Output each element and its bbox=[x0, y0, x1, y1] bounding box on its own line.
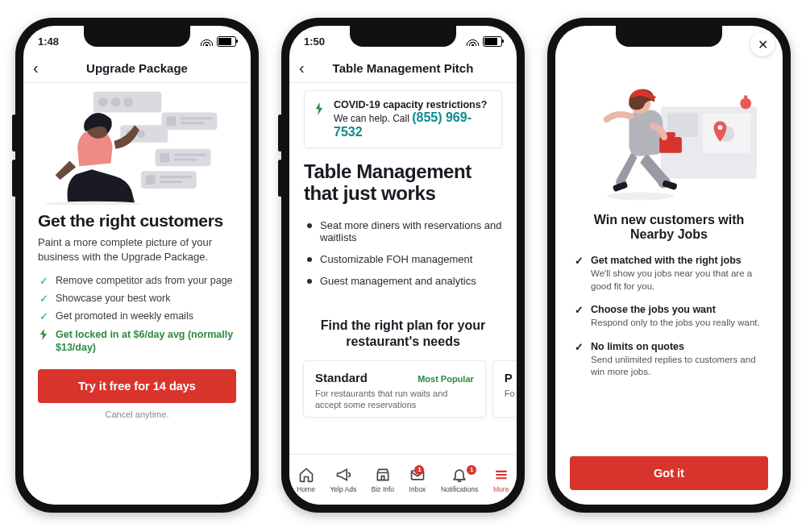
close-button[interactable]: ✕ bbox=[750, 32, 775, 56]
phone-table-management: 1:50 ‹ Table Management Pitch COVID-19 c… bbox=[281, 18, 525, 513]
headline: Win new customers with Nearby Jobs bbox=[573, 213, 765, 242]
svg-rect-16 bbox=[160, 176, 192, 178]
svg-point-29 bbox=[717, 125, 722, 130]
subheadline: Paint a more complete picture of your bu… bbox=[38, 235, 236, 264]
status-time: 1:48 bbox=[38, 35, 59, 48]
svg-rect-5 bbox=[181, 117, 212, 119]
tab-inbox[interactable]: 1 Inbox bbox=[409, 467, 426, 493]
covid-banner: COVID-19 capacity restrictions? We can h… bbox=[304, 90, 502, 148]
promo-line: Get locked in at $6/day avg (normally $1… bbox=[38, 328, 236, 355]
svg-rect-13 bbox=[174, 159, 197, 161]
bullet-item: Customizable FOH management bbox=[304, 248, 502, 270]
battery-icon bbox=[217, 36, 236, 47]
feature-desc: Respond only to the jobs you really want… bbox=[591, 317, 765, 330]
svg-point-3 bbox=[123, 98, 133, 107]
feature-title: Choose the jobs you want bbox=[591, 304, 765, 315]
navbar: ‹ Table Management Pitch bbox=[289, 53, 517, 83]
page-title: Table Management Pitch bbox=[333, 61, 474, 75]
svg-rect-6 bbox=[181, 122, 205, 124]
back-button[interactable]: ‹ bbox=[33, 59, 39, 77]
plan-desc: Fo a bbox=[505, 388, 517, 399]
svg-point-1 bbox=[98, 98, 108, 107]
svg-rect-12 bbox=[174, 154, 206, 156]
plan-card-standard[interactable]: Standard Most Popular For restaurants th… bbox=[304, 361, 485, 418]
tab-biz-info[interactable]: Biz Info bbox=[372, 467, 394, 493]
svg-point-30 bbox=[607, 192, 674, 200]
plan-desc: For restaurants that run waits and accep… bbox=[315, 388, 474, 411]
bullet-list: Seat more diners with reservations and w… bbox=[304, 214, 502, 292]
svg-rect-17 bbox=[160, 181, 183, 183]
feature-item: Choose the jobs you want Respond only to… bbox=[573, 304, 765, 330]
home-icon bbox=[298, 467, 314, 483]
bullet-item: Seat more diners with reservations and w… bbox=[304, 214, 502, 248]
check-item: Remove competitor ads from your page bbox=[38, 272, 236, 289]
headline: Table Management that just works bbox=[304, 161, 502, 205]
bullet-item: Guest management and analytics bbox=[304, 270, 502, 292]
wifi-icon bbox=[467, 37, 479, 46]
svg-rect-14 bbox=[160, 153, 170, 163]
navbar: ‹ Upgrade Package bbox=[23, 53, 251, 83]
tab-bar: Home Yelp Ads Biz Info 1 Inbox 1 Notific… bbox=[289, 454, 517, 505]
covid-text: We can help. Call bbox=[334, 113, 412, 124]
plan-name: Standard bbox=[315, 371, 368, 384]
check-item: Get promoted in weekly emails bbox=[38, 307, 236, 325]
tab-yelp-ads[interactable]: Yelp Ads bbox=[330, 467, 356, 493]
badge: 1 bbox=[467, 465, 476, 475]
hero-illustration bbox=[573, 74, 765, 203]
feature-desc: Send unlimited replies to customers and … bbox=[591, 354, 765, 379]
feature-item: Get matched with the right jobs We'll sh… bbox=[573, 255, 765, 293]
phone-upgrade-package: 1:48 ‹ Upgrade Package bbox=[15, 18, 259, 513]
covid-heading: COVID-19 capacity restrictions? bbox=[334, 99, 492, 110]
plan-name: P bbox=[505, 371, 513, 384]
plan-cards[interactable]: Standard Most Popular For restaurants th… bbox=[304, 361, 502, 418]
feature-checklist: Remove competitor ads from your page Sho… bbox=[38, 272, 236, 325]
page-title: Upgrade Package bbox=[86, 61, 188, 75]
megaphone-icon bbox=[335, 467, 351, 483]
feature-title: No limits on quotes bbox=[591, 341, 765, 352]
svg-rect-25 bbox=[661, 171, 757, 179]
try-free-button[interactable]: Try it free for 14 days bbox=[38, 369, 236, 403]
status-time: 1:50 bbox=[304, 35, 325, 48]
bell-icon bbox=[451, 467, 467, 483]
wifi-icon bbox=[201, 37, 213, 46]
feature-desc: We'll show you jobs near you that are a … bbox=[591, 268, 765, 293]
feature-title: Get matched with the right jobs bbox=[591, 255, 765, 266]
check-item: Showcase your best work bbox=[38, 289, 236, 307]
got-it-button[interactable]: Got it bbox=[570, 456, 768, 490]
badge: 1 bbox=[414, 465, 424, 475]
store-icon bbox=[375, 467, 391, 483]
headline: Get the right customers bbox=[38, 211, 236, 231]
svg-point-27 bbox=[740, 98, 751, 109]
plan-headline: Find the right plan for your restaurant'… bbox=[304, 318, 502, 350]
svg-point-2 bbox=[111, 98, 121, 107]
svg-rect-18 bbox=[146, 175, 156, 185]
tab-home[interactable]: Home bbox=[297, 467, 315, 493]
hamburger-icon bbox=[493, 467, 509, 483]
battery-icon bbox=[483, 36, 502, 47]
fine-print: Cancel anytime. bbox=[38, 409, 236, 419]
phone-nearby-jobs: ✕ bbox=[547, 18, 791, 513]
svg-rect-28 bbox=[744, 95, 747, 99]
plan-card-next[interactable]: P Fo a bbox=[493, 361, 517, 418]
plan-tag: Most Popular bbox=[418, 374, 474, 384]
hero-illustration bbox=[38, 85, 236, 206]
back-button[interactable]: ‹ bbox=[299, 59, 305, 77]
tab-more[interactable]: More bbox=[493, 467, 509, 493]
feature-item: No limits on quotes Send unlimited repli… bbox=[573, 341, 765, 379]
tab-notifications[interactable]: 1 Notifications bbox=[441, 467, 478, 493]
svg-rect-7 bbox=[166, 116, 176, 126]
